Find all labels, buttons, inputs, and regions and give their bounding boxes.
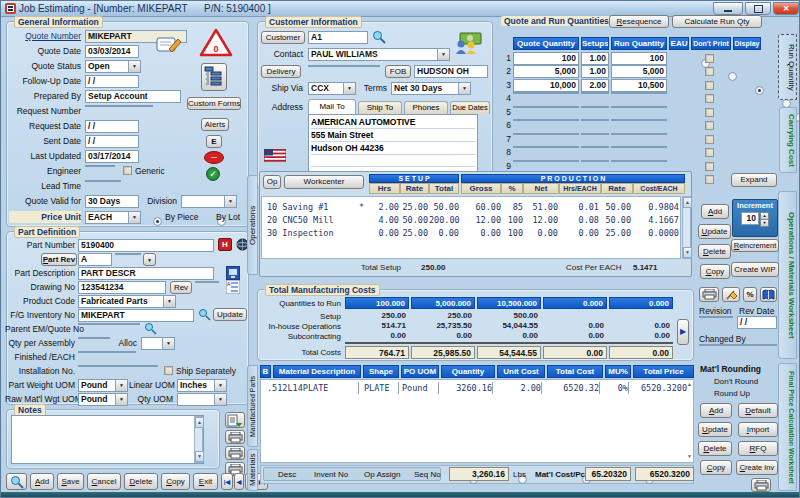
quote-qty-cell[interactable]: 100 xyxy=(513,52,579,65)
quote-valid-field[interactable]: 30 Days xyxy=(85,195,139,208)
col-hrs[interactable]: Hrs xyxy=(369,183,400,194)
col-setups[interactable]: Setups xyxy=(581,37,609,50)
create-wip-button[interactable]: Create WIP xyxy=(731,262,779,277)
materials-add-button[interactable]: Add xyxy=(700,403,732,418)
quote-date-field[interactable]: 03/03/2014 xyxy=(85,45,139,58)
materials-rfq-button[interactable]: RFQ xyxy=(738,441,778,456)
resequence-button[interactable]: Resequence xyxy=(609,15,669,28)
tab-operations[interactable]: Operations xyxy=(247,175,258,275)
scroll-up-icon[interactable]: ▲ xyxy=(683,197,692,208)
followup-date-field[interactable]: / / xyxy=(85,75,139,88)
drawing-no-field[interactable]: 123541234 xyxy=(78,281,166,294)
col-cost-each[interactable]: Cost/EACH xyxy=(633,183,685,194)
col-shape[interactable]: Shape xyxy=(363,365,399,378)
part-rev-dropdown[interactable]: ▼ xyxy=(143,253,156,266)
qty-uom-select[interactable]: ▼ xyxy=(177,393,227,406)
chevron-down-icon[interactable]: ▼ xyxy=(115,394,127,405)
part-rev-button[interactable]: Part Rev xyxy=(41,253,77,266)
setups-cell[interactable] xyxy=(581,160,609,162)
expand-button[interactable]: Expand xyxy=(731,173,777,187)
quote-qty-cell[interactable] xyxy=(513,119,579,121)
exit-button[interactable]: Exit xyxy=(193,473,218,490)
chevron-down-icon[interactable]: ▼ xyxy=(162,338,174,349)
qty-per-assembly-field[interactable] xyxy=(78,337,110,339)
price-unit-select[interactable]: EACH▼ xyxy=(85,211,141,224)
drawing-rev-field[interactable] xyxy=(195,281,219,283)
part-number-field[interactable]: 5190400 xyxy=(78,239,214,252)
rev-button[interactable]: Rev xyxy=(170,281,192,294)
linear-uom-select[interactable]: Inches▼ xyxy=(177,379,227,392)
run-qty-cell[interactable] xyxy=(611,160,667,162)
chevron-down-icon[interactable]: ▼ xyxy=(458,83,470,94)
qty-run-cell[interactable]: 0.000 xyxy=(609,297,673,309)
copy-button[interactable]: Copy xyxy=(161,473,190,490)
workcenter-column-button[interactable]: Workcenter xyxy=(284,175,364,189)
setups-cell[interactable] xyxy=(581,146,609,148)
save-button[interactable]: Save xyxy=(57,473,84,490)
setups-cell[interactable]: 1.00 xyxy=(581,65,609,78)
materials-delete-button[interactable]: Delete xyxy=(698,441,732,456)
search-button[interactable] xyxy=(6,473,27,490)
tab-due-dates[interactable]: Due Dates xyxy=(450,101,490,114)
setups-cell[interactable]: 2.00 xyxy=(581,79,609,92)
finished-each-field[interactable] xyxy=(78,351,136,353)
chevron-down-icon[interactable]: ▼ xyxy=(214,380,226,391)
materials-create-inv-button[interactable]: Create Inv xyxy=(736,460,778,475)
col-po-uom[interactable]: PO UOM xyxy=(401,365,439,378)
maximize-button[interactable] xyxy=(745,2,771,15)
ship-via-select[interactable]: CCX▼ xyxy=(308,82,356,95)
chevron-down-icon[interactable]: ▼ xyxy=(115,380,127,391)
col-dont-print[interactable]: Don't Print xyxy=(691,37,731,50)
materials-import-button[interactable]: Import xyxy=(738,422,778,437)
broom-icon[interactable] xyxy=(722,287,740,302)
col-quantity[interactable]: Quantity xyxy=(441,365,495,378)
dont-print-checkbox[interactable] xyxy=(705,162,714,171)
ops-delete-button[interactable]: Delete xyxy=(698,244,731,259)
tab-operations-materials-worksheet[interactable]: Operations / Materials Worksheet xyxy=(778,191,797,359)
col-total[interactable]: Total xyxy=(429,183,459,194)
quote-qty-cell[interactable] xyxy=(513,106,579,108)
part-rev-field[interactable]: A xyxy=(78,253,112,266)
raw-matl-wgt-uom-select[interactable]: Pound▼ xyxy=(78,393,128,406)
minimize-button[interactable] xyxy=(713,2,743,15)
increment-field[interactable]: 10 xyxy=(741,212,759,225)
materials-default-button[interactable]: Default xyxy=(738,403,778,418)
notes-scrollbar[interactable]: ▲ ▼ xyxy=(194,416,203,463)
customers-icon[interactable] xyxy=(453,31,483,55)
terms-select[interactable]: Net 30 Days▼ xyxy=(391,82,471,95)
ops-update-button[interactable]: Update xyxy=(698,224,731,239)
next-columns-button[interactable]: ▶ xyxy=(677,319,689,345)
run-qty-cell[interactable]: 10,500 xyxy=(611,79,667,92)
col-gross[interactable]: Gross xyxy=(461,183,501,194)
chevron-down-icon[interactable]: ▼ xyxy=(128,212,140,223)
col-net[interactable]: Net xyxy=(523,183,559,194)
materials-update-button[interactable]: Update xyxy=(698,422,732,437)
part-rev2-field[interactable] xyxy=(115,253,141,255)
increment-spinner[interactable]: ▲ ▼ xyxy=(760,212,769,225)
col-unit-cost[interactable]: Unit Cost xyxy=(497,365,545,378)
spinner-down-icon[interactable]: ▼ xyxy=(760,220,769,227)
eau-radio[interactable] xyxy=(755,86,764,95)
customer-field[interactable]: A1 xyxy=(308,31,368,44)
ship-separately-checkbox[interactable] xyxy=(164,366,173,375)
custom-forms-button[interactable]: Custom Forms xyxy=(187,97,241,110)
part-weight-uom-select[interactable]: Pound▼ xyxy=(78,379,128,392)
setups-cell[interactable] xyxy=(581,119,609,121)
setups-cell[interactable] xyxy=(581,133,609,135)
quote-qty-cell[interactable]: 5,000 xyxy=(513,65,579,78)
col-mu-pct[interactable]: MU% xyxy=(605,365,631,378)
export-report-icon[interactable] xyxy=(225,412,245,428)
request-number-field[interactable] xyxy=(85,105,153,107)
col-rate[interactable]: Rate xyxy=(400,183,429,194)
printer-icon[interactable] xyxy=(225,430,245,444)
col-b[interactable]: B xyxy=(260,365,271,378)
nav-prev-button[interactable]: ◀ xyxy=(234,473,244,490)
scroll-up-icon[interactable]: ▲ xyxy=(687,381,692,387)
lead-time-field[interactable] xyxy=(85,180,121,182)
run-qty-cell[interactable]: 5,000 xyxy=(611,65,667,78)
installation-no-field[interactable] xyxy=(78,365,158,367)
quote-qty-cell[interactable] xyxy=(513,133,579,135)
dont-print-checkbox[interactable] xyxy=(705,94,714,103)
dont-print-checkbox[interactable] xyxy=(705,175,714,184)
setups-cell[interactable] xyxy=(581,92,609,94)
